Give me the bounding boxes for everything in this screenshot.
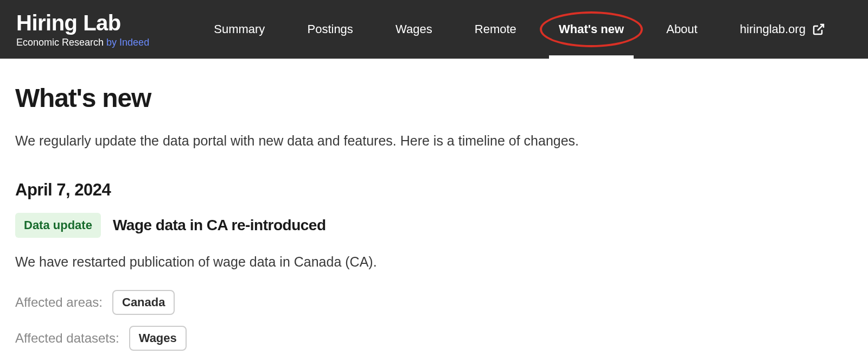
entry-title: Wage data in CA re-introduced: [113, 217, 326, 234]
entry-badge: Data update: [15, 213, 101, 238]
nav-item-wages[interactable]: Wages: [386, 0, 442, 59]
affected-datasets-label: Affected datasets:: [15, 331, 119, 346]
affected-area-tag[interactable]: Canada: [112, 290, 175, 315]
nav-item-hiringlab-org[interactable]: hiringlab.org: [730, 0, 835, 59]
nav-item-about[interactable]: About: [656, 0, 707, 59]
page-title: What's new: [15, 83, 853, 113]
entry-headline-row: Data updateWage data in CA re-introduced: [15, 213, 853, 238]
nav-items: SummaryPostingsWagesRemoteWhat's newAbou…: [182, 0, 852, 59]
affected-areas-label: Affected areas:: [15, 295, 103, 310]
nav-item-what-s-new[interactable]: What's new: [549, 0, 634, 59]
nav-item-label: What's new: [559, 22, 624, 36]
affected-dataset-tag[interactable]: Wages: [129, 326, 187, 351]
nav-item-label: About: [666, 22, 698, 36]
external-link-icon: [812, 23, 825, 36]
affected-areas-row: Affected areas:Canada: [15, 290, 853, 315]
brand-subtitle-prefix: Economic Research: [16, 37, 106, 48]
changelog-entry: April 7, 2024Data updateWage data in CA …: [15, 180, 853, 351]
nav-item-label: Summary: [214, 22, 265, 36]
entry-date: April 7, 2024: [15, 180, 853, 200]
nav-item-label: Wages: [395, 22, 432, 36]
nav-item-label: hiringlab.org: [740, 22, 806, 36]
brand-subtitle-by-indeed: by Indeed: [106, 37, 149, 48]
brand-subtitle: Economic Research by Indeed: [16, 37, 149, 48]
brand-block[interactable]: Hiring Lab Economic Research by Indeed: [16, 11, 149, 48]
svg-line-0: [818, 24, 824, 30]
nav-item-label: Remote: [475, 22, 516, 36]
page-content: What's new We regularly update the data …: [0, 59, 868, 354]
nav-item-summary[interactable]: Summary: [204, 0, 275, 59]
brand-title: Hiring Lab: [16, 11, 149, 35]
nav-item-label: Postings: [307, 22, 353, 36]
nav-item-postings[interactable]: Postings: [297, 0, 362, 59]
affected-datasets-row: Affected datasets:Wages: [15, 326, 853, 351]
page-intro: We regularly update the data portal with…: [15, 132, 853, 150]
top-navbar: Hiring Lab Economic Research by Indeed S…: [0, 0, 868, 59]
nav-item-remote[interactable]: Remote: [465, 0, 526, 59]
entry-body: We have restarted publication of wage da…: [15, 253, 853, 271]
